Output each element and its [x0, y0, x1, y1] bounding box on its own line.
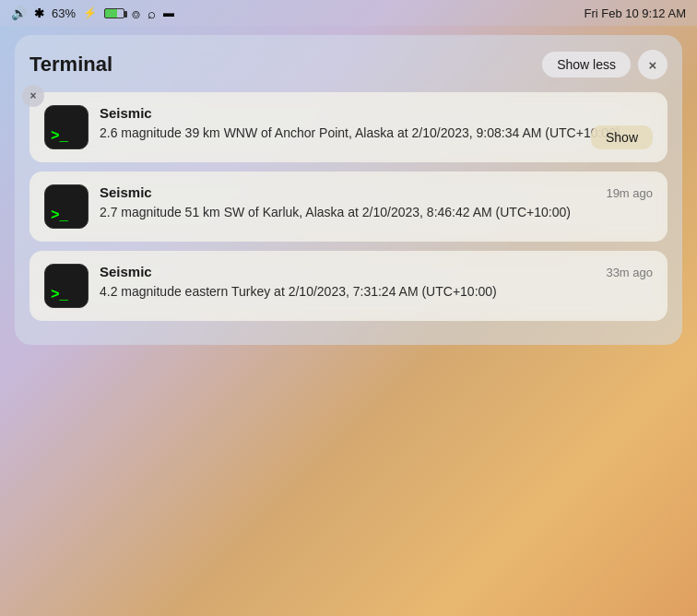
- status-left: 🔊 ✱ 63% ⚡ ⌾ ⌕ ▬: [11, 6, 174, 21]
- bluetooth-icon: ✱: [34, 6, 44, 20]
- notification-body-1: 2.6 magnitude 39 km WNW of Anchor Point,…: [100, 124, 653, 143]
- notification-panel: Terminal Show less × × >_ Seismic 2.6 ma…: [15, 35, 682, 345]
- status-bar: 🔊 ✱ 63% ⚡ ⌾ ⌕ ▬ Fri Feb 10 9:12 AM: [0, 0, 697, 26]
- notification-time-2: 19m ago: [606, 186, 653, 200]
- panel-header: Terminal Show less ×: [30, 50, 667, 79]
- notification-header-2: Seismic 19m ago: [100, 184, 653, 200]
- panel-close-button[interactable]: ×: [638, 50, 667, 79]
- group-close-button-1[interactable]: ×: [22, 85, 44, 107]
- battery-bar: [104, 8, 124, 18]
- app-icon-3: >_: [44, 264, 89, 308]
- notification-group-3: >_ Seismic 33m ago 4.2 magnitude eastern…: [30, 251, 667, 321]
- app-icon-2: >_: [44, 184, 89, 229]
- app-icon-1: >_: [44, 105, 89, 149]
- notification-card-2: >_ Seismic 19m ago 2.7 magnitude 51 km S…: [30, 172, 667, 242]
- notification-time-3: 33m ago: [606, 266, 653, 279]
- notification-group-1: × >_ Seismic 2.6 magnitude 39 km WNW of …: [30, 92, 667, 162]
- notification-card-1: >_ Seismic 2.6 magnitude 39 km WNW of An…: [30, 92, 667, 162]
- notification-header-3: Seismic 33m ago: [100, 264, 653, 279]
- battery-percentage: 63%: [52, 6, 76, 20]
- notification-group-2: >_ Seismic 19m ago 2.7 magnitude 51 km S…: [30, 172, 667, 242]
- notification-header-1: Seismic: [100, 105, 653, 121]
- notification-body-3: 4.2 magnitude eastern Turkey at 2/10/202…: [100, 283, 653, 302]
- show-action-button-1[interactable]: Show: [591, 125, 653, 149]
- battery-icon: ⚡: [83, 6, 97, 19]
- notification-card-3: >_ Seismic 33m ago 4.2 magnitude eastern…: [30, 251, 667, 321]
- notification-appname-2: Seismic: [100, 184, 152, 200]
- panel-actions: Show less ×: [542, 50, 667, 79]
- notification-appname-3: Seismic: [100, 264, 152, 279]
- notification-content-3: Seismic 33m ago 4.2 magnitude eastern Tu…: [100, 264, 653, 302]
- display-icon: ▬: [163, 6, 174, 19]
- wifi-icon: ⌾: [132, 6, 140, 21]
- datetime: Fri Feb 10 9:12 AM: [584, 6, 686, 20]
- panel-title: Terminal: [30, 53, 112, 77]
- notification-body-2: 2.7 magnitude 51 km SW of Karluk, Alaska…: [100, 204, 653, 222]
- notification-appname-1: Seismic: [100, 105, 152, 121]
- notification-content-2: Seismic 19m ago 2.7 magnitude 51 km SW o…: [100, 184, 653, 222]
- show-less-button[interactable]: Show less: [542, 52, 631, 77]
- notification-content-1: Seismic 2.6 magnitude 39 km WNW of Ancho…: [100, 105, 653, 143]
- volume-icon: 🔊: [11, 6, 27, 20]
- search-icon: ⌕: [148, 6, 156, 21]
